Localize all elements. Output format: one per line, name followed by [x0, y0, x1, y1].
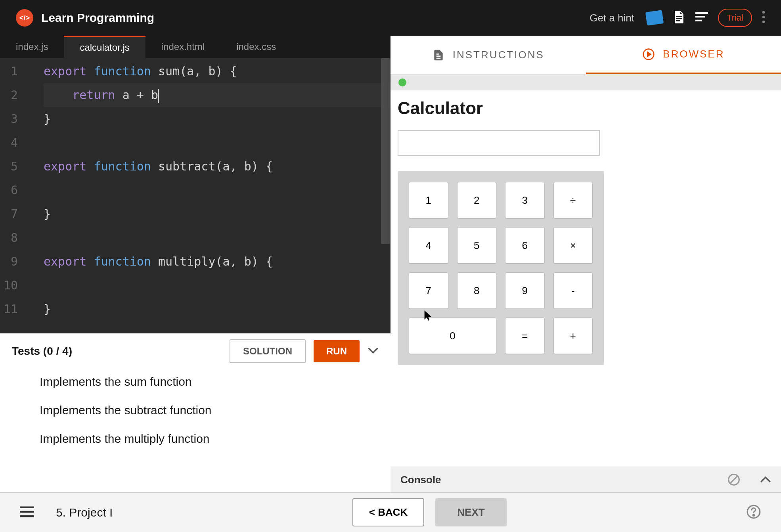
nav-buttons: < BACK NEXT: [352, 498, 507, 526]
left-pane: index.js calculator.js index.html index.…: [0, 36, 390, 492]
tab-index-html[interactable]: index.html: [145, 36, 220, 58]
calculator-keypad: 1 2 3 ÷ 4 5 6 × 7 8 9 - 0 = +: [398, 171, 604, 365]
flashcard-icon[interactable]: [645, 10, 664, 26]
right-pane: INSTRUCTIONS BROWSER Calculator 1 2 3 ÷ …: [390, 36, 781, 492]
calc-btn-0[interactable]: 0: [409, 318, 496, 354]
test-item[interactable]: Implements the subtract function: [40, 404, 351, 417]
line-number: 8: [0, 226, 18, 250]
line-number: 10: [0, 274, 18, 297]
console-label: Console: [400, 474, 441, 486]
line-number: 7: [0, 202, 18, 226]
svg-point-6: [753, 515, 754, 516]
calc-btn-3[interactable]: 3: [505, 182, 545, 218]
help-icon[interactable]: [746, 504, 761, 521]
calc-btn-2[interactable]: 2: [457, 182, 497, 218]
calc-btn-4[interactable]: 4: [409, 227, 448, 264]
line-number: 6: [0, 178, 18, 202]
console-bar: Console: [390, 467, 781, 492]
header-left: </> Learn Programming: [16, 9, 154, 27]
preview-tabs: INSTRUCTIONS BROWSER: [390, 36, 781, 75]
app-header: </> Learn Programming Get a hint Trial: [0, 0, 781, 36]
browser-preview: Calculator 1 2 3 ÷ 4 5 6 × 7 8 9 - 0 = +: [390, 90, 781, 467]
chevron-up-icon[interactable]: [760, 476, 771, 483]
line-number: 11: [0, 297, 18, 321]
line-number: 4: [0, 131, 18, 155]
tests-header: Tests (0 / 4) SOLUTION RUN: [0, 333, 390, 369]
main-content: index.js calculator.js index.html index.…: [0, 36, 781, 492]
line-number: 3: [0, 107, 18, 131]
calc-btn-6[interactable]: 6: [505, 227, 545, 264]
test-item[interactable]: Implements the multiply function: [40, 432, 351, 446]
editor-tabs: index.js calculator.js index.html index.…: [0, 36, 390, 58]
calc-btn-9[interactable]: 9: [505, 272, 545, 309]
logo-icon[interactable]: </>: [16, 9, 33, 27]
kebab-menu-icon[interactable]: [762, 11, 765, 25]
line-number: 2: [0, 83, 18, 107]
trial-button[interactable]: Trial: [718, 9, 752, 27]
code-editor[interactable]: 1 2 3 4 5 6 7 8 9 10 11 export function …: [0, 58, 390, 333]
calc-btn-8[interactable]: 8: [457, 272, 497, 309]
text-cursor: [158, 89, 159, 103]
line-gutter: 1 2 3 4 5 6 7 8 9 10 11: [0, 58, 22, 321]
tab-index-css[interactable]: index.css: [220, 36, 292, 58]
line-number: 5: [0, 155, 18, 178]
next-button[interactable]: NEXT: [435, 498, 506, 526]
calc-btn-minus[interactable]: -: [553, 272, 593, 309]
svg-point-0: [762, 11, 765, 14]
chevron-down-icon[interactable]: [368, 347, 379, 356]
calc-btn-5[interactable]: 5: [457, 227, 497, 264]
console-controls: [727, 473, 771, 486]
tab-browser[interactable]: BROWSER: [586, 36, 781, 74]
hamburger-icon[interactable]: [20, 506, 34, 519]
test-item[interactable]: Implements the sum function: [40, 375, 351, 388]
project-title: 5. Project I: [56, 506, 113, 519]
run-button[interactable]: RUN: [314, 340, 360, 362]
line-number: 9: [0, 250, 18, 274]
header-right: Get a hint Trial: [590, 9, 765, 27]
footer: 5. Project I < BACK NEXT: [0, 492, 781, 532]
editor-scrollbar[interactable]: [381, 58, 390, 244]
calc-btn-7[interactable]: 7: [409, 272, 448, 309]
tests-panel: Tests (0 / 4) SOLUTION RUN Implements th…: [0, 333, 390, 492]
tab-instructions[interactable]: INSTRUCTIONS: [390, 36, 586, 74]
code-content[interactable]: export function sum(a, b) { return a + b…: [0, 58, 390, 321]
menu-lines-icon[interactable]: [695, 12, 708, 23]
svg-point-1: [762, 16, 765, 19]
calc-btn-plus[interactable]: +: [553, 318, 593, 354]
tests-title: Tests (0 / 4): [12, 345, 222, 358]
tab-index-js[interactable]: index.js: [0, 36, 64, 58]
calculator-title: Calculator: [398, 98, 774, 118]
back-button[interactable]: < BACK: [352, 498, 425, 526]
tests-list: Implements the sum function Implements t…: [0, 369, 390, 467]
svg-point-2: [762, 21, 765, 23]
clear-console-icon[interactable]: [727, 473, 740, 486]
calculator-display[interactable]: [398, 130, 600, 156]
app-title: Learn Programming: [41, 11, 154, 25]
solution-button[interactable]: SOLUTION: [230, 339, 306, 363]
document-icon[interactable]: [673, 10, 685, 26]
tab-calculator-js[interactable]: calculator.js: [64, 36, 145, 58]
status-dot-icon: [398, 78, 406, 86]
calc-btn-divide[interactable]: ÷: [553, 182, 593, 218]
calc-btn-1[interactable]: 1: [409, 182, 448, 218]
browser-address-bar: [390, 75, 781, 90]
calc-btn-equals[interactable]: =: [505, 318, 545, 354]
header-icons: Trial: [646, 9, 765, 27]
line-number: 1: [0, 59, 18, 83]
get-hint-link[interactable]: Get a hint: [590, 12, 634, 24]
calc-btn-multiply[interactable]: ×: [553, 227, 593, 264]
footer-left: 5. Project I: [20, 506, 113, 519]
